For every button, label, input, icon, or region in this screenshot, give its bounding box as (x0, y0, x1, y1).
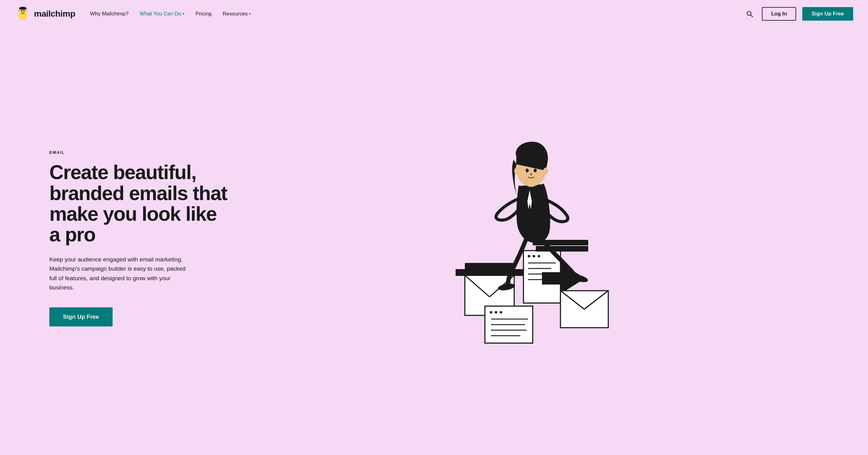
svg-point-47 (514, 168, 519, 174)
svg-rect-17 (465, 263, 514, 270)
svg-point-9 (19, 10, 20, 12)
hero-eyebrow: EMAIL (49, 150, 228, 155)
nav-resources[interactable]: Resources ▾ (223, 11, 251, 17)
hero-headline: Create beautiful, branded emails that ma… (49, 162, 228, 245)
hero-illustration (228, 130, 831, 346)
svg-point-34 (495, 311, 497, 314)
search-icon (746, 10, 753, 18)
nav-signup-button[interactable]: Sign Up Free (802, 7, 853, 21)
hero-signup-button[interactable]: Sign Up Free (49, 307, 113, 326)
nav-why[interactable]: Why Mailchimp? (90, 11, 129, 17)
hero-illustration-svg (437, 130, 622, 346)
svg-rect-27 (536, 246, 588, 252)
hero-body: Keep your audience engaged with email ma… (49, 255, 191, 293)
brand-name: mailchimp (34, 9, 75, 19)
login-button[interactable]: Log In (762, 7, 796, 21)
chevron-down-icon: ▾ (183, 12, 184, 16)
hero-content: EMAIL Create beautiful, branded emails t… (49, 150, 228, 326)
svg-point-5 (24, 10, 25, 11)
svg-point-20 (533, 255, 535, 257)
search-button[interactable] (743, 8, 756, 20)
hero-section: EMAIL Create beautiful, branded emails t… (0, 28, 868, 455)
svg-point-45 (526, 169, 529, 172)
main-nav: mailchimp Why Mailchimp? What You Can Do… (0, 0, 868, 28)
svg-point-4 (21, 10, 22, 11)
nav-links: Why Mailchimp? What You Can Do ▾ Pricing… (90, 11, 743, 17)
svg-point-48 (543, 168, 548, 174)
chevron-down-icon-resources: ▾ (249, 12, 251, 16)
svg-rect-3 (19, 8, 27, 9)
svg-point-6 (22, 11, 24, 13)
svg-point-21 (538, 255, 540, 257)
svg-point-19 (528, 255, 530, 257)
nav-pricing[interactable]: Pricing (195, 11, 212, 17)
svg-line-12 (751, 15, 753, 17)
svg-point-35 (500, 311, 502, 314)
nav-actions: Log In Sign Up Free (743, 7, 853, 21)
mailchimp-logo-icon (15, 6, 31, 22)
svg-rect-16 (456, 269, 533, 276)
svg-point-46 (534, 169, 537, 172)
svg-point-33 (490, 311, 492, 314)
svg-point-44 (516, 142, 547, 165)
logo-link[interactable]: mailchimp (15, 6, 75, 22)
svg-point-10 (26, 10, 27, 12)
nav-what[interactable]: What You Can Do ▾ (140, 11, 184, 17)
